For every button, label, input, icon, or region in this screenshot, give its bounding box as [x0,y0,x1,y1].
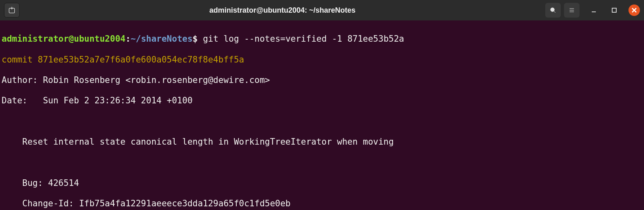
commit-hash-line: commit 871ee53b52a7e7f6a0fe600a054ec78f8… [2,55,642,65]
close-button[interactable] [628,4,640,16]
prompt-dollar: $ [193,34,198,44]
titlebar-right [545,3,640,18]
search-icon [550,7,556,13]
commit-bug: Bug: 426514 [2,178,642,188]
maximize-button[interactable] [608,4,620,16]
titlebar-left [4,3,20,18]
search-button[interactable] [545,3,561,18]
new-tab-button[interactable] [4,3,20,18]
svg-rect-9 [612,8,616,12]
author-line: Author: Robin Rosenberg <robin.rosenberg… [2,75,642,85]
commit-changeid: Change-Id: Ifb75a4fa12291aeeece3dda129a6… [2,199,642,209]
prompt-colon: : [125,34,131,44]
commit-subject: Reset internal state canonical length in… [2,137,642,147]
svg-line-4 [554,11,555,13]
blank-line-2 [2,157,642,168]
window-title: administrator@ubuntu2004: ~/shareNotes [20,6,545,15]
svg-point-3 [551,8,554,11]
command-text: git log --notes=verified -1 871ee53b52a [203,34,404,44]
minimize-icon [591,7,597,13]
window-titlebar: administrator@ubuntu2004: ~/shareNotes [0,0,644,20]
maximize-icon [611,7,617,13]
terminal-area[interactable]: administrator@ubuntu2004:~/shareNotes$ g… [0,20,644,210]
blank-line-1 [2,116,642,127]
new-tab-icon [8,6,16,14]
menu-button[interactable] [564,3,580,18]
date-line: Date: Sun Feb 2 23:26:34 2014 +0100 [2,96,642,106]
minimize-button[interactable] [588,4,600,16]
hamburger-icon [568,7,575,13]
prompt-user: administrator@ubuntu2004 [2,34,125,44]
close-icon [632,8,637,13]
prompt-line-1: administrator@ubuntu2004:~/shareNotes$ g… [2,34,642,44]
prompt-path: ~/shareNotes [131,34,193,44]
